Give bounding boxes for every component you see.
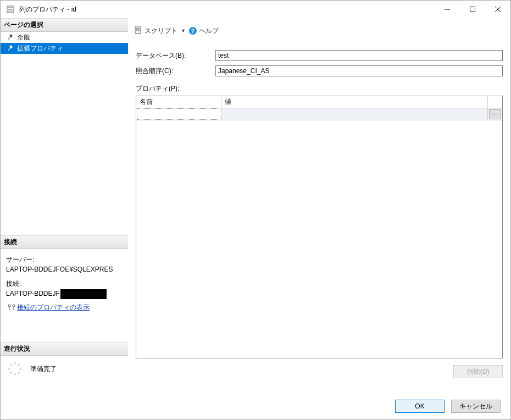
svg-point-9 [13,305,15,307]
svg-point-17 [10,372,12,374]
svg-line-7 [495,7,501,12]
wrench-icon [6,45,15,52]
ellipsis-button[interactable]: ... [489,109,501,119]
svg-rect-5 [470,7,475,12]
redacted-block [60,289,107,299]
script-dropdown[interactable]: スクリプト ▼ [135,26,186,36]
grid-col-name[interactable]: 名前 [136,96,221,108]
grid-cell-value[interactable] [221,108,488,120]
delete-row: 削除(D) [128,358,510,378]
progress-header: 進行状況 [1,342,128,356]
sidebar-item-label: 全般 [17,33,30,42]
svg-point-12 [14,362,16,364]
grid-cell-name[interactable] [136,108,221,120]
grid-cell-action: ... [488,108,502,120]
script-label: スクリプト [145,26,177,36]
svg-line-6 [495,7,501,12]
delete-button: 削除(D) [453,365,503,378]
svg-point-16 [14,373,16,375]
connection-value-prefix: LAPTOP-BDDEJF [6,290,60,297]
help-button[interactable]: ? ヘルプ [189,26,219,36]
wrench-icon [6,34,15,41]
connection-props-icon [6,304,17,311]
content-area: ページの選択 全般 拡張プロパティ 接続 サーバー: [1,18,510,393]
grid-header: 名前 値 [136,96,502,108]
script-icon [135,26,142,36]
view-connection-properties-row: 接続のプロパティの表示 [6,302,124,312]
svg-point-8 [8,305,10,307]
close-button[interactable] [485,1,510,18]
connection-header: 接続 [1,235,128,249]
progress-panel: 準備完了 [1,356,128,393]
form-area: データベース(B): 照合順序(C): プロパティ(P): 名前 値 [128,41,510,358]
main-panel: スクリプト ▼ ? ヘルプ データベース(B): 照合順序(C): プロパティ(… [128,18,510,393]
grid-col-spacer [488,96,502,108]
svg-point-19 [10,364,12,366]
connection-label: 接続: [6,279,124,289]
collation-row: 照合順序(C): [136,65,503,76]
svg-point-13 [18,364,20,366]
sidebar-item-extended-properties[interactable]: 拡張プロパティ [1,43,128,54]
collation-label: 照合順序(C): [136,67,215,76]
dialog-window: 列のプロパティ - id ページの選択 全般 [0,0,511,420]
window-title: 列のプロパティ - id [19,5,76,14]
help-icon: ? [189,27,197,35]
grid-row[interactable]: ... [136,108,502,120]
svg-point-14 [19,368,21,370]
database-field[interactable] [215,50,503,61]
connection-value: LAPTOP-BDDEJF [6,289,124,299]
maximize-button[interactable] [460,1,485,18]
progress-spinner-icon [7,361,23,377]
server-label: サーバー: [6,255,124,264]
sidebar-item-label: 拡張プロパティ [17,44,63,53]
svg-rect-20 [135,27,141,34]
database-row: データベース(B): [136,50,503,61]
sidebar-item-general[interactable]: 全般 [1,32,128,43]
grid-col-value[interactable]: 値 [221,96,488,108]
properties-label: プロパティ(P): [136,84,503,93]
database-label: データベース(B): [136,51,215,60]
server-value: LAPTOP-BDDEJFOE¥SQLEXPRES [6,264,124,274]
svg-point-15 [18,372,20,374]
minimize-button[interactable] [435,1,460,18]
svg-point-18 [8,368,10,370]
name-edit-cell[interactable] [137,108,220,120]
toolbar: スクリプト ▼ ? ヘルプ [128,18,510,41]
page-select-header: ページの選択 [1,18,128,32]
view-connection-properties-link[interactable]: 接続のプロパティの表示 [17,302,90,312]
chevron-down-icon: ▼ [181,28,186,34]
page-list: 全般 拡張プロパティ [1,32,128,54]
properties-grid[interactable]: 名前 値 ... [136,96,503,358]
titlebar: 列のプロパティ - id [1,1,510,18]
dialog-footer: OK キャンセル [1,393,510,419]
collation-field[interactable] [215,65,503,76]
progress-status: 準備完了 [30,364,57,374]
sidebar: ページの選択 全般 拡張プロパティ 接続 サーバー: [1,18,128,393]
ok-button[interactable]: OK [395,400,445,413]
help-label: ヘルプ [199,26,219,36]
connection-panel: サーバー: LAPTOP-BDDEJFOE¥SQLEXPRES 接続: LAPT… [1,249,128,314]
app-icon [6,5,15,14]
cancel-button[interactable]: キャンセル [451,400,501,413]
